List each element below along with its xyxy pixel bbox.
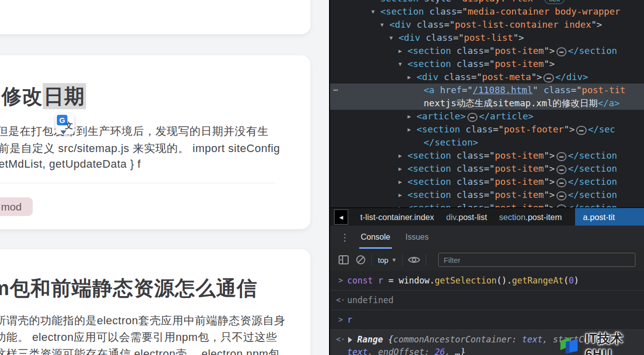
expand-arrow-icon[interactable]: ▶: [398, 163, 408, 176]
element-row-text: =": [484, 176, 495, 187]
breadcrumb-class: .post-list: [456, 212, 487, 222]
expand-arrow-icon[interactable]: ▼: [371, 6, 380, 19]
expand-triangle-icon[interactable]: [348, 337, 352, 343]
post-tag-chip[interactable]: mod: [0, 197, 33, 216]
console-sidebar-icon[interactable]: [338, 254, 349, 265]
element-row[interactable]: ▶<section class="post-item">…</section: [330, 175, 644, 188]
post-excerpt-line: 功能。 electron应用可以会需要引用npm包，只不过这些: [0, 330, 277, 345]
expand-arrow-icon[interactable]: ▶: [408, 71, 417, 84]
console-token: …}: [455, 347, 465, 355]
element-row-text: post-item: [495, 163, 544, 174]
breadcrumb-item[interactable]: section.post-item: [499, 212, 562, 222]
element-row-text: <section: [380, 6, 424, 17]
element-row[interactable]: ▶<section class="post-item">…</section: [330, 149, 644, 162]
element-row-text: nextjs动态生成sitemap.xml的修改日期: [424, 98, 598, 108]
collapsed-content-icon[interactable]: …: [556, 191, 567, 200]
element-row-text: [451, 58, 457, 69]
post-card-sitemap: nextjs动态生成sitemap.xml的修改日期 但是在打包发布到生产环境后…: [0, 55, 310, 229]
element-row-text: =": [484, 45, 495, 56]
element-row-text: [424, 6, 430, 17]
element-row[interactable]: ▶<div class="post-meta">…</div>: [330, 70, 644, 84]
element-row-text: [435, 85, 440, 95]
collapsed-content-icon[interactable]: …: [576, 126, 586, 135]
browser-page: nextjs动态生成sitemap.xml的修改日期 但是在打包发布到生产环境后…: [0, 0, 330, 355]
expand-arrow-icon[interactable]: ▶: [398, 45, 408, 58]
google-translate-icon[interactable]: G 文: [55, 113, 74, 134]
console-token: Range: [357, 334, 383, 344]
element-row[interactable]: </section>: [330, 136, 644, 149]
element-row[interactable]: ▶<section class="post-item">…</section: [330, 188, 644, 201]
expand-arrow-icon[interactable]: ▼: [398, 58, 408, 71]
element-row[interactable]: ▶<article>…</article>: [330, 110, 644, 123]
element-row-text: media-container body-wrapper: [467, 6, 620, 17]
post-title-link[interactable]: npm包和前端静态资源怎么通信: [0, 274, 257, 302]
post-excerpt-line: 之前是自定义 src/sitemap.js 来实现的。 import siteC…: [0, 141, 280, 156]
collapsed-content-icon[interactable]: …: [543, 74, 553, 83]
expand-arrow-icon[interactable]: ▼: [389, 32, 398, 45]
element-row[interactable]: ▶<section class="post-item">…</section: [330, 162, 644, 175]
element-row-text: post-item: [495, 202, 544, 207]
post-title-link[interactable]: nextjs动态生成sitemap.xml的修改日期: [0, 83, 86, 110]
element-row-text: </section: [568, 202, 617, 207]
watermark-text: IT技术6HU: [585, 330, 644, 355]
element-row[interactable]: nextjs动态生成sitemap.xml的修改日期</a>: [330, 97, 644, 110]
collapsed-content-icon[interactable]: …: [556, 47, 567, 56]
element-row-text: class: [466, 124, 493, 134]
element-row-text: </section: [568, 45, 617, 56]
element-row[interactable]: ▼<section class="post-item">: [330, 57, 644, 70]
kebab-menu-icon[interactable]: ⋮: [340, 232, 347, 243]
flex-badge[interactable]: flex: [544, 0, 565, 4]
console-filter-input[interactable]: [438, 253, 635, 267]
chevron-down-icon[interactable]: ▼: [391, 257, 397, 263]
clear-console-icon[interactable]: [355, 254, 366, 265]
element-row[interactable]: ▼<div class="post-list">: [330, 31, 644, 44]
tab-issues[interactable]: Issues: [404, 226, 430, 249]
expand-arrow-icon[interactable]: ▶: [408, 123, 417, 136]
console-message-line: undefined: [347, 294, 644, 307]
more-actions-icon[interactable]: ⋯: [333, 84, 338, 97]
console-token: 26: [435, 347, 445, 355]
expand-arrow-icon[interactable]: ▶: [398, 176, 408, 189]
breadcrumb-item[interactable]: div.post-list: [446, 212, 487, 222]
expand-arrow-icon[interactable]: ▶: [398, 189, 408, 202]
console-message[interactable]: >const r = window.getSelection().getRang…: [330, 271, 644, 291]
element-row[interactable]: section style="display: flex"flex: [330, 0, 644, 5]
console-message[interactable]: >r: [330, 310, 644, 330]
element-row[interactable]: ▶<section class="post-item">…</section: [330, 44, 644, 57]
live-expression-eye-icon[interactable]: [408, 255, 421, 265]
tab-console[interactable]: Console: [359, 226, 392, 249]
toolbar-separator: [402, 254, 403, 266]
element-row-text: [438, 72, 444, 82]
breadcrumb-scroll-left-button[interactable]: ◀: [334, 209, 348, 225]
element-row-text: style: [424, 0, 451, 4]
post-excerpt-line: { getMdList, getUpdateData } f: [0, 158, 141, 171]
console-token: ): [574, 275, 579, 286]
toolbar-separator: [426, 254, 426, 266]
element-row-text: <section: [408, 150, 451, 161]
expand-arrow-icon[interactable]: ▼: [380, 19, 389, 32]
console-message[interactable]: <·undefined: [330, 291, 644, 310]
element-row-text: =": [484, 202, 495, 207]
element-row[interactable]: ▶<section class="post-footer">…</sec: [330, 123, 644, 136]
devtools-panel: section style="display: flex"flex▼<secti…: [329, 0, 644, 355]
breadcrumb-item[interactable]: a.post-tit: [575, 208, 644, 226]
collapsed-content-icon[interactable]: …: [556, 165, 567, 174]
site-watermark: IT技术6HU: [559, 330, 644, 355]
element-row[interactable]: ⋯<a href="/11088.html" class="post-tit: [330, 84, 644, 97]
breadcrumb-item[interactable]: t-list-container.index: [360, 212, 434, 222]
expand-arrow-icon[interactable]: ▶: [398, 202, 408, 207]
console-token: 0: [569, 275, 574, 286]
context-selector[interactable]: top: [378, 256, 388, 264]
element-row[interactable]: ▼<section class="media-container body-wr…: [330, 5, 644, 18]
console-token: r: [347, 315, 352, 325]
collapsed-content-icon[interactable]: …: [556, 152, 567, 161]
expand-arrow-icon[interactable]: ▶: [408, 110, 417, 123]
element-row[interactable]: ▶<section class="post-item">…</section: [330, 201, 644, 207]
expand-arrow-icon[interactable]: ▶: [398, 150, 408, 163]
console-input-chevron-icon: >: [334, 314, 347, 326]
collapsed-content-icon[interactable]: …: [467, 113, 477, 122]
collapsed-content-icon[interactable]: …: [556, 178, 567, 187]
console-message-line: const r = window.getSelection().getRange…: [347, 274, 644, 287]
element-row[interactable]: ▼<div class="post-list-container index">: [330, 18, 644, 31]
element-row-text: </sec: [588, 124, 615, 134]
